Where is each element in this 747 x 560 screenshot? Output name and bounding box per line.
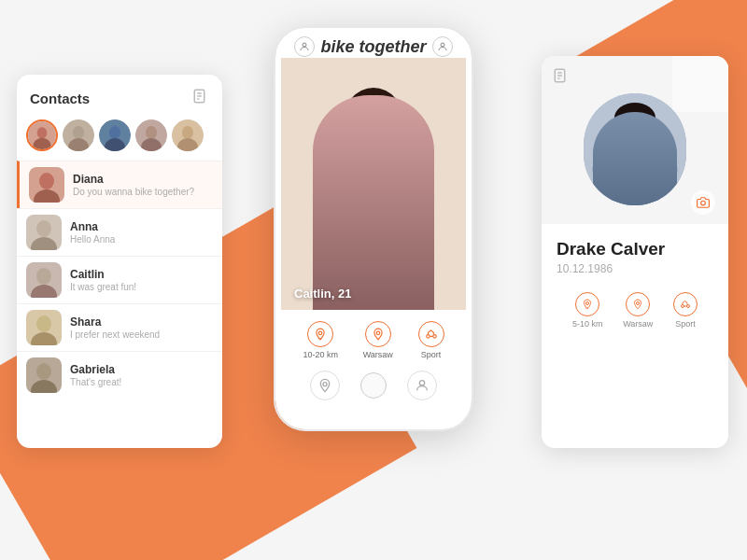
contact-avatar-diana (29, 167, 64, 203)
contact-item-diana[interactable]: Diana Do you wanna bike together? (17, 161, 222, 208)
avatar-2[interactable] (63, 119, 94, 151)
svg-point-32 (36, 363, 51, 380)
svg-point-46 (318, 331, 322, 335)
svg-point-23 (36, 220, 51, 237)
right-city-label: Warsaw (623, 319, 653, 329)
contact-avatar-anna (26, 215, 62, 250)
sport-label: Sport (421, 350, 442, 359)
svg-point-20 (39, 173, 54, 189)
contact-item-shara[interactable]: Shara I prefer next weekend (17, 303, 222, 351)
contact-name-shara: Shara (70, 315, 160, 329)
svg-point-63 (647, 150, 680, 195)
phone-home-button[interactable] (360, 372, 387, 399)
svg-point-48 (376, 331, 380, 335)
camera-icon-button[interactable] (691, 190, 715, 215)
right-sport-icon (673, 292, 698, 316)
phone-profile-icon[interactable] (294, 36, 315, 57)
svg-point-41 (308, 163, 346, 232)
contact-info-shara: Shara I prefer next weekend (70, 315, 160, 340)
right-distance-item: 5-10 km (572, 292, 603, 329)
svg-point-65 (586, 302, 589, 305)
contact-avatar-gabriela (26, 357, 62, 393)
contact-info-diana: Diana Do you wanna bike together? (73, 173, 194, 197)
right-profile-card: Drake Calver 10.12.1986 5-10 km Warsaw S… (542, 56, 728, 448)
contact-item-caitlin[interactable]: Caitlin It was great fun! (17, 256, 222, 303)
avatar-5[interactable] (172, 119, 204, 151)
svg-point-26 (36, 268, 51, 285)
contact-msg-anna: Hello Anna (70, 234, 115, 245)
contacts-header: Contacts (17, 75, 222, 116)
contact-item-gabriela[interactable]: Gabriela That's great! (17, 351, 222, 399)
svg-point-45 (347, 95, 400, 133)
right-card-icon (553, 67, 570, 88)
contacts-list: Diana Do you wanna bike together? Anna H… (17, 161, 222, 399)
svg-point-49 (426, 335, 430, 339)
phone-bottom-bar (281, 365, 466, 406)
contact-name-gabriela: Gabriela (70, 363, 121, 376)
right-sport-item: Sport (673, 292, 698, 329)
profile-name-overlay: Caitlin, 21 (294, 287, 351, 301)
distance-label: 10-20 km (303, 350, 338, 359)
contacts-title: Contacts (30, 91, 90, 106)
contacts-card-icon (192, 88, 209, 108)
svg-rect-60 (610, 151, 660, 205)
right-profile-name: Drake Calver (557, 239, 713, 259)
svg-point-61 (614, 103, 655, 133)
contact-avatar-caitlin (26, 262, 62, 298)
avatar-4[interactable] (135, 119, 167, 151)
right-profile-avatar (584, 93, 686, 205)
phone-menu-icon[interactable] (432, 36, 453, 57)
profile-icons-row: 10-20 km Warsaw Sport (281, 310, 466, 365)
avatar-1[interactable] (26, 119, 58, 151)
svg-point-14 (146, 126, 157, 139)
svg-point-11 (109, 126, 120, 139)
svg-point-67 (637, 302, 640, 305)
svg-point-29 (36, 315, 51, 332)
svg-point-35 (441, 43, 444, 47)
contacts-panel: Contacts Diana Do you wanna bike to (17, 75, 222, 448)
app-title: bike together (315, 37, 432, 57)
svg-point-69 (687, 305, 690, 308)
svg-point-8 (73, 126, 84, 139)
city-icon (365, 321, 391, 347)
profile-button[interactable] (407, 371, 437, 400)
svg-point-50 (432, 335, 436, 339)
contact-msg-diana: Do you wanna bike together? (73, 187, 194, 197)
right-profile-top (542, 56, 728, 224)
right-profile-dob: 10.12.1986 (557, 262, 713, 275)
svg-rect-39 (337, 161, 410, 291)
city-label: Warsaw (363, 350, 393, 359)
svg-rect-40 (337, 161, 410, 254)
contact-name-caitlin: Caitlin (70, 268, 136, 281)
right-distance-icon (575, 292, 599, 316)
contacts-avatars (17, 116, 222, 161)
svg-point-53 (419, 381, 424, 385)
svg-point-43 (342, 88, 405, 162)
contact-name-diana: Diana (73, 173, 194, 186)
city-icon-item: Warsaw (363, 321, 393, 359)
svg-point-44 (344, 112, 403, 168)
right-profile-info: Drake Calver 10.12.1986 5-10 km Warsaw S… (542, 224, 728, 338)
svg-point-42 (400, 163, 438, 232)
phone-notch-bar: bike together (281, 34, 466, 60)
contact-avatar-shara (26, 310, 62, 345)
contact-msg-shara: I prefer next weekend (70, 329, 160, 340)
location-button[interactable] (310, 371, 340, 400)
svg-rect-37 (281, 58, 466, 310)
center-phone: bike together (275, 28, 472, 429)
svg-point-17 (182, 126, 193, 139)
right-profile-icons: 5-10 km Warsaw Sport (557, 292, 713, 329)
svg-point-68 (682, 305, 684, 308)
contact-item-anna[interactable]: Anna Hello Anna (17, 208, 222, 256)
distance-icon-item: 10-20 km (303, 321, 338, 359)
sport-icon-item: Sport (418, 321, 444, 359)
profile-card-image: Caitlin, 21 (281, 58, 466, 310)
svg-point-34 (303, 43, 306, 47)
right-city-icon (626, 292, 650, 316)
right-distance-label: 5-10 km (572, 319, 603, 329)
svg-point-59 (614, 108, 655, 153)
distance-icon (307, 321, 333, 347)
svg-point-52 (323, 383, 327, 386)
avatar-3[interactable] (99, 119, 131, 151)
contact-msg-caitlin: It was great fun! (70, 282, 136, 292)
